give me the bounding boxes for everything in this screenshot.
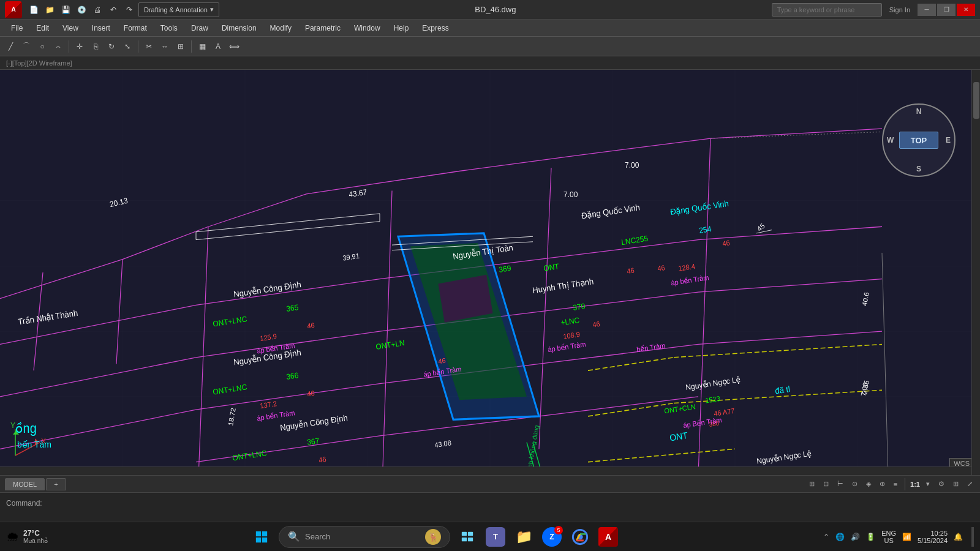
polar-toggle[interactable]: ⊙: [850, 480, 860, 488]
weather-info: 27°C Mưa nhỏ: [23, 529, 48, 544]
tray-arrow[interactable]: ⌃: [822, 533, 831, 541]
taskbar-center: 🔍 Search 🦌 T 📁 Z 5: [48, 526, 822, 548]
copy-tool[interactable]: ⎘: [89, 40, 102, 53]
menu-draw[interactable]: Draw: [185, 22, 214, 34]
hatch-tool[interactable]: ▦: [195, 40, 209, 53]
teams-icon: T: [486, 527, 505, 547]
workspace-dropdown[interactable]: Drafting & Annotation ▾: [138, 2, 219, 17]
file-explorer-button[interactable]: 📁: [513, 526, 535, 548]
svg-text:46: 46: [657, 264, 666, 272]
svg-text:365: 365: [286, 303, 300, 313]
scrollbar-horizontal[interactable]: [0, 467, 971, 475]
battery-icon[interactable]: 🔋: [865, 533, 876, 541]
svg-rect-148: [462, 531, 467, 535]
search-input[interactable]: [772, 3, 882, 17]
command-input[interactable]: [6, 508, 974, 516]
command-line-1: Command:: [6, 499, 974, 508]
svg-text:46: 46: [627, 266, 635, 275]
ortho-toggle[interactable]: ⊢: [835, 480, 846, 488]
svg-text:370: 370: [573, 302, 586, 312]
show-desktop-button[interactable]: [971, 527, 974, 547]
drawing-area[interactable]: X Y 20.13 43.67 7.00 7.00 39.91 43.08 18…: [0, 70, 980, 475]
clock[interactable]: 10:25 5/15/2024: [918, 530, 948, 544]
layout1-tab[interactable]: +: [46, 478, 66, 490]
new-button[interactable]: 📄: [27, 3, 40, 17]
trim-tool[interactable]: ✂: [142, 40, 156, 53]
view-cube-top[interactable]: TOP: [899, 132, 938, 149]
start-button[interactable]: [251, 526, 273, 548]
menu-dimension[interactable]: Dimension: [216, 22, 263, 34]
grid-toggle[interactable]: ⊞: [807, 480, 817, 488]
viewport-scale[interactable]: 1:1: [910, 481, 920, 488]
settings-icon[interactable]: ⚙: [936, 480, 947, 488]
chrome-button[interactable]: [569, 526, 591, 548]
undo-button[interactable]: ↶: [107, 3, 120, 17]
language-indicator[interactable]: ENGUS: [881, 530, 896, 544]
menu-express[interactable]: Express: [416, 22, 454, 34]
sign-in-button[interactable]: Sign In: [886, 5, 914, 15]
nav-cube: N S E W TOP: [882, 103, 949, 171]
offset-tool[interactable]: ⊞: [174, 40, 187, 53]
workspace-icon[interactable]: ⊞: [951, 480, 961, 488]
svg-text:46: 46: [307, 321, 315, 330]
menu-edit[interactable]: Edit: [30, 22, 55, 34]
dim-tool[interactable]: ⟺: [227, 40, 241, 53]
status-bar: MODEL + ⊞ ⊡ ⊢ ⊙ ◈ ⊕ ≡ 1:1 ▾ ⚙ ⊞ ⤢: [0, 475, 980, 492]
volume-icon[interactable]: 🔊: [850, 533, 861, 541]
svg-text:367: 367: [307, 437, 320, 447]
saveas-button[interactable]: 💿: [75, 3, 88, 17]
compass-ring[interactable]: N S E W TOP: [882, 103, 956, 177]
notification-icon[interactable]: 🔔: [952, 533, 964, 541]
close-button[interactable]: ✕: [957, 4, 975, 16]
open-button[interactable]: 📁: [43, 3, 56, 17]
viewport-header: [-][Top][2D Wireframe]: [0, 56, 980, 70]
teams-button[interactable]: T: [484, 526, 507, 548]
print-button[interactable]: 🖨: [91, 3, 104, 17]
text-tool[interactable]: A: [211, 40, 225, 53]
taskbar: 🌧 27°C Mưa nhỏ 🔍 Search 🦌: [0, 522, 980, 551]
weather-widget: 🌧 27°C Mưa nhỏ: [6, 529, 48, 545]
restore-button[interactable]: ❐: [937, 4, 956, 16]
lineweight-toggle[interactable]: ≡: [891, 481, 900, 488]
menu-help[interactable]: Help: [388, 22, 415, 34]
maximize-viewport[interactable]: ⤢: [965, 480, 975, 488]
taskbar-search-bar[interactable]: 🔍 Search 🦌: [279, 526, 450, 548]
svg-text:bến Tàm: bến Tàm: [17, 440, 51, 450]
circle-tool[interactable]: ○: [36, 40, 49, 53]
extend-tool[interactable]: ↔: [158, 40, 172, 53]
taskbar-left: 🌧 27°C Mưa nhỏ: [6, 529, 48, 545]
rotate-tool[interactable]: ↻: [105, 40, 118, 53]
osnap-toggle[interactable]: ◈: [864, 480, 873, 488]
save-button[interactable]: 💾: [59, 3, 72, 17]
scrollbar-vertical[interactable]: [971, 70, 980, 475]
menu-modify[interactable]: Modify: [264, 22, 298, 34]
svg-text:254: 254: [699, 225, 712, 235]
redo-button[interactable]: ↷: [123, 3, 136, 17]
menu-window[interactable]: Window: [348, 22, 386, 34]
network-icon[interactable]: 🌐: [834, 533, 846, 541]
snap-toggle[interactable]: ⊡: [821, 480, 831, 488]
scale-dropdown[interactable]: ▾: [924, 480, 932, 488]
menu-format[interactable]: Format: [118, 22, 153, 34]
menu-tools[interactable]: Tools: [154, 22, 184, 34]
autocad-taskbar-icon: A: [598, 527, 618, 547]
dynin-toggle[interactable]: ⊕: [877, 480, 888, 488]
polyline-tool[interactable]: ⌒: [20, 40, 33, 53]
autocad-taskbar-button[interactable]: A: [597, 526, 619, 548]
menu-insert[interactable]: Insert: [86, 22, 116, 34]
minimize-button[interactable]: ─: [918, 4, 936, 16]
zalo-button[interactable]: Z 5: [541, 526, 563, 548]
arc-tool[interactable]: ⌢: [51, 40, 65, 53]
scrollbar-thumb-v[interactable]: [973, 82, 979, 119]
command-bar[interactable]: Command:: [0, 492, 980, 522]
wifi-icon[interactable]: 📶: [901, 533, 913, 541]
clock-date: 5/15/2024: [918, 537, 948, 544]
scale-tool[interactable]: ⤡: [121, 40, 134, 53]
task-view-button[interactable]: [456, 526, 478, 548]
menu-file[interactable]: File: [5, 22, 29, 34]
line-tool[interactable]: ╱: [4, 40, 17, 53]
model-tab[interactable]: MODEL: [5, 478, 45, 490]
menu-view[interactable]: View: [56, 22, 85, 34]
move-tool[interactable]: ✛: [73, 40, 86, 53]
menu-parametric[interactable]: Parametric: [299, 22, 347, 34]
